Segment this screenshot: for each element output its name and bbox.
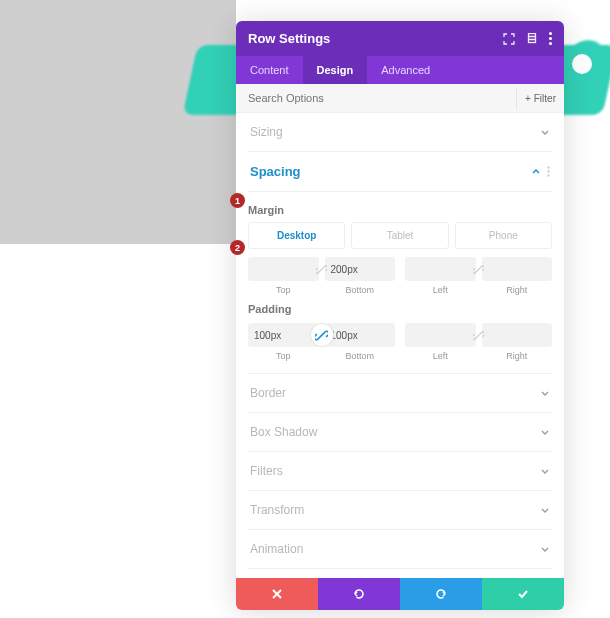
background-gray-block [0,0,236,244]
duplicate-icon[interactable] [526,33,538,45]
chevron-down-icon [540,427,550,437]
margin-bottom-input[interactable] [325,257,396,281]
panel-footer [236,578,564,610]
link-icon[interactable] [314,261,330,277]
padding-top-label: Top [248,351,319,361]
section-filters[interactable]: Filters [248,452,552,491]
margin-tb-pair: Top Bottom [248,257,395,295]
undo-button[interactable] [318,578,400,610]
expand-icon[interactable] [503,33,515,45]
section-transform[interactable]: Transform [248,491,552,530]
padding-fields: Top Bottom Left [248,323,552,361]
margin-bottom-label: Bottom [325,285,396,295]
device-tab-desktop[interactable]: Desktop [248,222,345,249]
margin-top-label: Top [248,285,319,295]
padding-left-label: Left [405,351,476,361]
row-settings-panel: Row Settings Content Design Advanced + F… [236,21,564,610]
padding-lr-pair: Left Right [405,323,552,361]
margin-right-label: Right [482,285,553,295]
tab-content[interactable]: Content [236,56,303,84]
settings-tabs: Content Design Advanced [236,56,564,84]
section-title: Filters [250,464,283,478]
margin-lr-pair: Left Right [405,257,552,295]
annotation-badge-1: 1 [230,193,245,208]
confirm-button[interactable] [482,578,564,610]
section-more-icon[interactable] [547,166,549,176]
help-link[interactable]: ? Help [248,569,552,578]
svg-rect-0 [529,33,536,42]
tab-design[interactable]: Design [303,56,368,84]
section-title: Transform [250,503,304,517]
section-title: Animation [250,542,303,556]
margin-heading: Margin [248,204,552,216]
chevron-down-icon [540,544,550,554]
redo-button[interactable] [400,578,482,610]
link-icon-linked[interactable] [311,324,333,346]
section-title: Border [250,386,286,400]
chevron-down-icon [540,505,550,515]
padding-heading: Padding [248,303,552,315]
margin-right-input[interactable] [482,257,553,281]
close-dot [572,54,592,74]
header-icon-group [503,32,552,45]
padding-bottom-label: Bottom [325,351,396,361]
chevron-up-icon [531,167,541,177]
chevron-down-icon [540,388,550,398]
link-icon[interactable] [471,327,487,343]
search-row: + Filter [236,84,564,113]
section-animation[interactable]: Animation [248,530,552,569]
padding-right-label: Right [482,351,553,361]
device-tabs: Desktop Tablet Phone [248,222,552,249]
panel-title: Row Settings [248,31,330,46]
tab-advanced[interactable]: Advanced [367,56,444,84]
margin-top-input[interactable] [248,257,319,281]
filter-label: Filter [534,93,556,104]
margin-left-input[interactable] [405,257,476,281]
chevron-down-icon [540,127,550,137]
plus-icon: + [525,93,531,104]
spacing-body: Margin Desktop Tablet Phone Top [248,192,552,374]
section-border[interactable]: Border [248,374,552,413]
padding-right-input[interactable] [482,323,553,347]
padding-left-input[interactable] [405,323,476,347]
filter-button[interactable]: + Filter [516,87,564,110]
margin-left-label: Left [405,285,476,295]
panel-content: Sizing Spacing Margin Desktop Tablet Pho… [236,113,564,578]
section-title: Box Shadow [250,425,317,439]
margin-fields: Top Bottom Left [248,257,552,295]
section-title: Spacing [250,164,301,179]
section-sizing[interactable]: Sizing [248,113,552,152]
panel-header: Row Settings [236,21,564,56]
close-button[interactable] [236,578,318,610]
padding-bottom-input[interactable] [325,323,396,347]
annotation-badge-2: 2 [230,240,245,255]
device-tab-phone[interactable]: Phone [455,222,552,249]
more-menu-icon[interactable] [549,32,552,45]
padding-top-input[interactable] [248,323,319,347]
section-title: Sizing [250,125,283,139]
padding-tb-pair: Top Bottom [248,323,395,361]
chevron-down-icon [540,466,550,476]
search-input[interactable] [236,84,516,112]
link-icon[interactable] [471,261,487,277]
section-spacing[interactable]: Spacing [248,152,552,192]
section-box-shadow[interactable]: Box Shadow [248,413,552,452]
device-tab-tablet[interactable]: Tablet [351,222,448,249]
